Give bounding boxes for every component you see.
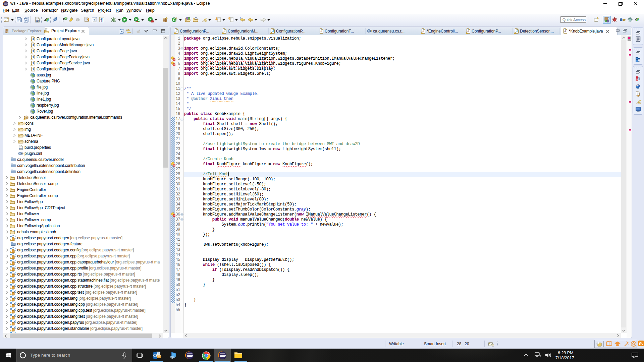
svg-text:M: M — [10, 272, 12, 274]
svg-text:J: J — [14, 259, 15, 262]
svg-text:J: J — [14, 307, 15, 310]
svg-text:M: M — [10, 247, 12, 250]
svg-text:J: J — [32, 49, 34, 53]
svg-text:M: M — [10, 326, 12, 328]
svg-text:J: J — [32, 67, 34, 71]
svg-text:¶: ¶ — [100, 17, 103, 22]
svg-text:@: @ — [636, 84, 640, 89]
svg-text:M: M — [10, 265, 12, 268]
svg-text:J: J — [14, 319, 15, 322]
svg-text:J: J — [14, 301, 15, 304]
svg-text:M: M — [10, 290, 12, 292]
svg-text:M: M — [10, 302, 12, 304]
svg-text:J: J — [565, 29, 567, 33]
svg-text:J: J — [14, 289, 15, 292]
svg-text:J: J — [14, 247, 15, 250]
svg-text:J: J — [14, 283, 15, 286]
svg-text:J: J — [14, 271, 15, 274]
svg-text:J: J — [14, 313, 15, 316]
svg-text:M: M — [10, 320, 12, 322]
svg-text:J: J — [32, 37, 34, 41]
svg-text:M: M — [10, 259, 12, 262]
svg-text:M: M — [10, 253, 12, 256]
svg-text:M: M — [10, 332, 12, 333]
svg-text:J: J — [516, 29, 518, 33]
svg-text:M: M — [10, 296, 12, 298]
svg-text:J: J — [468, 29, 470, 33]
svg-text:J: J — [14, 331, 15, 333]
svg-text:M: M — [10, 308, 12, 310]
svg-text:J: J — [176, 29, 178, 33]
svg-text:M: M — [10, 235, 12, 238]
svg-text:J: J — [224, 29, 226, 33]
svg-text:J: J — [14, 295, 15, 298]
svg-text:J: J — [608, 17, 609, 20]
svg-text:J: J — [14, 265, 15, 268]
svg-text:J: J — [13, 230, 15, 232]
svg-text:J: J — [14, 277, 15, 280]
svg-text:J: J — [321, 29, 323, 33]
svg-text:J: J — [32, 55, 34, 59]
svg-text:J: J — [14, 325, 15, 328]
svg-text:M: M — [10, 314, 12, 316]
svg-text:C: C — [173, 18, 176, 22]
svg-text:J: J — [423, 29, 425, 33]
svg-text:J: J — [14, 235, 15, 238]
svg-text:C: C — [65, 17, 67, 20]
svg-text:J: J — [32, 43, 34, 47]
svg-text:010: 010 — [36, 20, 40, 22]
svg-text:J: J — [272, 29, 274, 33]
svg-text:M: M — [10, 278, 12, 280]
svg-text:J: J — [32, 61, 34, 65]
svg-text:010: 010 — [19, 148, 22, 150]
svg-text:M: M — [10, 284, 12, 286]
svg-text:J: J — [14, 253, 15, 256]
